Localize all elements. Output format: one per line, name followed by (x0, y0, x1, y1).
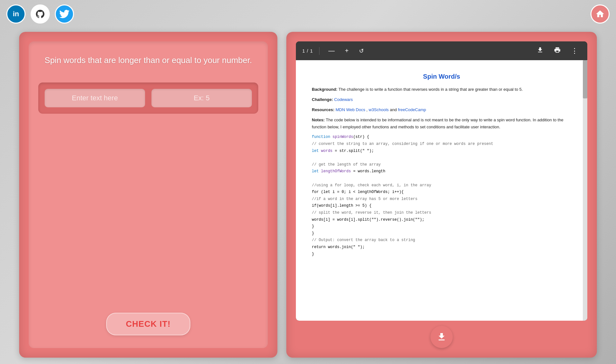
code-line-14: // Output: convert the array back to a s… (312, 237, 571, 244)
code-line-9: if(words[i].length >= 5) { (312, 203, 571, 210)
doc-title: Spin Word/s (312, 73, 571, 80)
pdf-current-page: 1 (302, 48, 305, 54)
home-icon (595, 9, 605, 19)
pdf-zoom-out-button[interactable]: — (326, 46, 337, 56)
pdf-page-sep: / (307, 48, 308, 54)
pdf-download-circle-button[interactable] (430, 326, 453, 348)
pdf-zoom-in-button[interactable]: + (342, 46, 351, 56)
background-label: Background: (312, 87, 337, 92)
twitter-button[interactable] (55, 4, 74, 24)
challenge-label: Challenge: (312, 97, 333, 102)
code-line-10: // split the word, reverse it, then join… (312, 210, 571, 217)
code-line-blank2 (312, 175, 571, 182)
resources-link2[interactable]: w3Schools (369, 107, 389, 112)
inputs-row (38, 82, 258, 114)
pdf-print-icon (554, 46, 561, 54)
right-panel: 1 / 1 — + ↺ ⋮ (286, 32, 597, 358)
pdf-more-button[interactable]: ⋮ (568, 46, 581, 56)
download-area (430, 326, 453, 348)
download-circle-icon (436, 332, 447, 342)
doc-notes: Notes: The code below is intended to be … (312, 117, 571, 131)
code-line-blank1 (312, 154, 571, 161)
main-content: Spin words that are longer than or equal… (0, 32, 616, 358)
linkedin-button[interactable]: in (6, 4, 26, 24)
code-line-3: let words = str.split(" "); (312, 148, 571, 155)
challenge-link[interactable]: Codewars (334, 97, 353, 102)
check-button[interactable]: CHECK IT! (106, 313, 190, 335)
code-line-16: } (312, 251, 571, 258)
top-bar: in (0, 0, 616, 28)
home-button[interactable] (590, 4, 610, 24)
resources-link3[interactable]: freeCodeCamp (398, 107, 426, 112)
twitter-icon (59, 9, 70, 19)
pdf-reset-button[interactable]: ↺ (356, 46, 366, 56)
pdf-scrollbar-thumb[interactable] (583, 60, 587, 98)
code-line-15: return words.join(" "); (312, 244, 571, 251)
github-icon (35, 9, 45, 19)
text-input[interactable] (45, 89, 145, 107)
resources-link1[interactable]: MDN Web Docs (335, 107, 365, 112)
doc-background: Background: The challenge is to write a … (312, 86, 571, 93)
social-icons: in (6, 4, 74, 24)
code-line-1: function spinWords(str) { (312, 134, 571, 141)
notes-label: Notes: (312, 118, 325, 122)
pdf-viewer: 1 / 1 — + ↺ ⋮ (296, 41, 587, 321)
pdf-toolbar-divider (319, 47, 319, 55)
code-line-7: for (let i = 0; i < lengthOfWords; i++){ (312, 189, 571, 196)
resources-label: Resources: (312, 107, 334, 112)
pdf-download-icon (537, 46, 544, 54)
pdf-scrollbar[interactable] (583, 60, 587, 321)
github-button[interactable] (31, 4, 50, 24)
number-input[interactable] (151, 89, 252, 107)
left-panel: Spin words that are longer than or equal… (19, 32, 277, 358)
left-panel-inner: Spin words that are longer than or equal… (29, 41, 268, 348)
code-line-5: let lengthOfWords = words.length (312, 168, 571, 175)
pdf-page-info: 1 / 1 (302, 48, 313, 54)
code-line-2: // convert the string to an array, consi… (312, 141, 571, 148)
notes-text: The code below is intended to be informa… (312, 118, 563, 129)
code-line-13: } (312, 230, 571, 237)
pdf-content[interactable]: Spin Word/s Background: The challenge is… (296, 60, 587, 321)
linkedin-icon: in (13, 10, 19, 18)
description-text: Spin words that are longer than or equal… (45, 54, 252, 67)
code-line-8: //if a word in the array has 5 or more l… (312, 196, 571, 203)
code-section: function spinWords(str) { // convert the… (312, 134, 571, 258)
pdf-total-pages: 1 (310, 48, 313, 54)
doc-resources: Resources: MDN Web Docs , w3Schools and … (312, 106, 571, 113)
code-line-6: //using a for loop, check each word, i, … (312, 182, 571, 189)
background-text: The challenge is to write a function tha… (339, 87, 523, 92)
code-line-4: // get the length of the array (312, 161, 571, 168)
doc-challenge: Challenge: Codewars (312, 96, 571, 103)
pdf-download-button[interactable] (534, 45, 546, 56)
code-line-12: } (312, 223, 571, 230)
pdf-toolbar: 1 / 1 — + ↺ ⋮ (296, 41, 587, 60)
pdf-print-button[interactable] (551, 45, 563, 56)
code-line-11: words[i] = words[i].split("").reverse().… (312, 217, 571, 224)
